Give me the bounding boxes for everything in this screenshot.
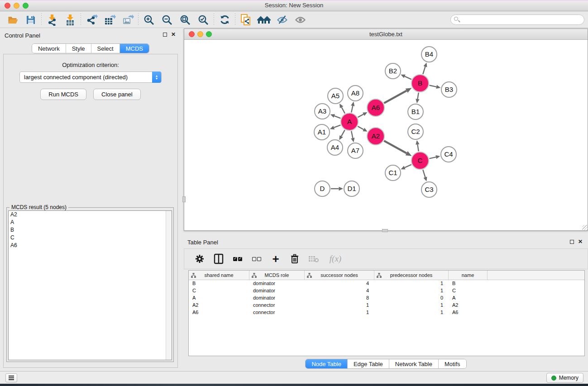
tab-style[interactable]: Style: [66, 44, 91, 53]
table-cell[interactable]: connector: [249, 309, 305, 316]
float-panel-icon[interactable]: [570, 240, 574, 244]
tab-network-table[interactable]: Network Table: [389, 359, 439, 368]
graph-edge-B-B1[interactable]: [417, 93, 418, 99]
close-panel-icon[interactable]: ✕: [578, 239, 583, 244]
table-cell[interactable]: A: [189, 295, 249, 302]
graph-node-B3[interactable]: B3: [441, 82, 457, 97]
graph-node-C2[interactable]: C2: [408, 124, 423, 139]
graph-edge-C-C2[interactable]: [417, 144, 418, 151]
graph-edge-A-A3[interactable]: [335, 116, 341, 118]
table-cell[interactable]: 1: [374, 309, 449, 316]
result-item[interactable]: A2: [9, 211, 172, 219]
graph-node-D[interactable]: D: [315, 181, 330, 196]
result-item[interactable]: B: [9, 226, 172, 234]
tab-mcds[interactable]: MCDS: [120, 44, 149, 53]
table-cell[interactable]: A6: [189, 309, 249, 316]
tab-node-table[interactable]: Node Table: [306, 359, 348, 368]
graph-edge-A-A8[interactable]: [351, 106, 353, 113]
zoom-out-button[interactable]: [158, 13, 176, 27]
network-canvas[interactable]: B4B2BB3A8A5A6A3B1AC2A1A2A4A7C4CC1DD1C3: [184, 40, 588, 230]
search-input[interactable]: [450, 14, 584, 25]
clone-network-button[interactable]: [237, 13, 255, 27]
table-cell[interactable]: A2: [449, 302, 488, 309]
column-header-MCDS-role[interactable]: MCDS role: [249, 271, 305, 280]
table-cell[interactable]: 1: [374, 287, 449, 295]
table-cell[interactable]: 1: [305, 309, 374, 316]
column-header-predecessor-nodes[interactable]: predecessor nodes: [374, 271, 449, 280]
table-row[interactable]: Bdominator41B: [189, 280, 584, 287]
show-graphics-details-button[interactable]: [291, 13, 309, 27]
graph-edge-B-B4[interactable]: [423, 67, 425, 74]
graph-node-C1[interactable]: C1: [385, 165, 401, 181]
run-mcds-button[interactable]: Run MCDS: [40, 89, 86, 100]
table-row[interactable]: A2connector11A2: [189, 302, 584, 309]
result-scrollbar[interactable]: [166, 211, 172, 360]
close-panel-icon[interactable]: ✕: [171, 32, 176, 37]
export-table-button[interactable]: [100, 13, 119, 27]
zoom-selected-button[interactable]: [194, 13, 212, 27]
graph-node-A[interactable]: A: [341, 113, 358, 130]
delete-column-button[interactable]: [288, 252, 301, 266]
tab-motifs[interactable]: Motifs: [439, 359, 466, 368]
result-item[interactable]: A: [9, 219, 172, 226]
table-cell[interactable]: B: [189, 280, 249, 287]
graph-node-B1[interactable]: B1: [408, 104, 423, 119]
deselect-all-rows-button[interactable]: [250, 252, 263, 266]
hide-graphics-details-button[interactable]: [273, 13, 291, 27]
select-all-rows-button[interactable]: [231, 252, 244, 266]
graph-edge-A-A7[interactable]: [351, 131, 353, 138]
close-panel-button[interactable]: Close panel: [93, 89, 141, 100]
table-row[interactable]: Adominator80A: [189, 295, 584, 302]
graph-node-C4[interactable]: C4: [441, 147, 456, 162]
add-column-button[interactable]: +: [269, 252, 282, 266]
task-history-button[interactable]: [5, 373, 17, 382]
column-header-name[interactable]: name: [449, 271, 488, 280]
result-item[interactable]: A6: [9, 242, 172, 249]
table-cell[interactable]: C: [189, 287, 249, 295]
zoom-fit-button[interactable]: [176, 13, 194, 27]
criterion-dropdown[interactable]: largest connected component (directed) ▲…: [19, 71, 162, 83]
table-settings-button[interactable]: [193, 252, 206, 266]
table-cell[interactable]: 1: [374, 280, 449, 287]
graph-node-C[interactable]: C: [411, 152, 429, 169]
graph-node-A4[interactable]: A4: [327, 140, 343, 155]
graph-edge-A-A6[interactable]: [358, 114, 364, 117]
splitter-handle-left[interactable]: [182, 196, 186, 202]
graph-node-A5[interactable]: A5: [328, 88, 343, 104]
float-panel-icon[interactable]: [163, 33, 167, 37]
column-header-successor-nodes[interactable]: successor nodes: [305, 271, 374, 280]
table-cell[interactable]: 1: [374, 302, 449, 309]
graph-node-B2[interactable]: B2: [385, 63, 401, 79]
tab-select[interactable]: Select: [91, 44, 120, 53]
graph-node-C3[interactable]: C3: [421, 182, 437, 197]
graph-edge-C-C3[interactable]: [423, 170, 425, 177]
table-cell[interactable]: dominator: [249, 280, 305, 287]
zoom-in-button[interactable]: [140, 13, 158, 27]
tab-edge-table[interactable]: Edge Table: [348, 359, 389, 368]
table-cell[interactable]: A6: [449, 309, 488, 316]
tab-network[interactable]: Network: [32, 44, 66, 53]
delete-table-button[interactable]: [307, 252, 320, 266]
graph-node-A3[interactable]: A3: [315, 104, 330, 119]
refresh-button[interactable]: [215, 13, 234, 27]
graph-node-A6[interactable]: A6: [367, 99, 384, 116]
import-table-button[interactable]: [61, 13, 79, 27]
table-cell[interactable]: A: [449, 295, 488, 302]
show-all-networks-button[interactable]: [255, 13, 273, 27]
table-cell[interactable]: 1: [305, 302, 374, 309]
graph-edge-C-C1[interactable]: [405, 165, 411, 168]
table-cell[interactable]: A2: [189, 302, 249, 309]
export-network-button[interactable]: [82, 13, 100, 27]
table-cell[interactable]: 8: [305, 295, 374, 302]
table-cell[interactable]: connector: [249, 302, 305, 309]
table-cell[interactable]: 0: [374, 295, 449, 302]
open-session-button[interactable]: [4, 13, 22, 27]
result-item[interactable]: C: [9, 234, 172, 242]
column-header-shared-name[interactable]: shared name: [189, 271, 249, 280]
graph-edge-A6-B[interactable]: [384, 91, 406, 103]
graph-node-D1[interactable]: D1: [344, 181, 359, 196]
table-cell[interactable]: B: [449, 280, 488, 287]
memory-button[interactable]: Memory: [546, 373, 583, 383]
graph-edge-C-C4[interactable]: [429, 157, 436, 158]
table-cell[interactable]: 4: [305, 287, 374, 295]
